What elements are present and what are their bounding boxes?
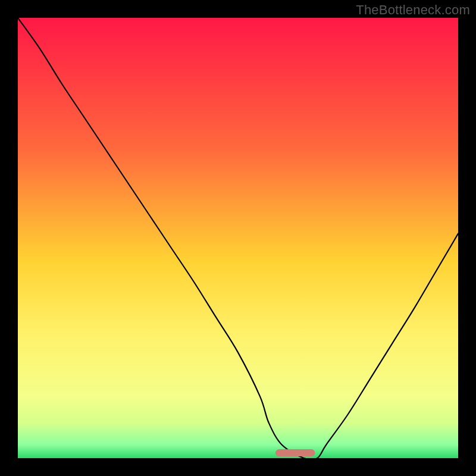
- valley-capsule: [275, 449, 315, 456]
- bottleneck-curve: [18, 18, 458, 458]
- plot-area: [18, 18, 458, 458]
- watermark-text: TheBottleneck.com: [356, 2, 470, 18]
- curve-layer: [18, 18, 458, 458]
